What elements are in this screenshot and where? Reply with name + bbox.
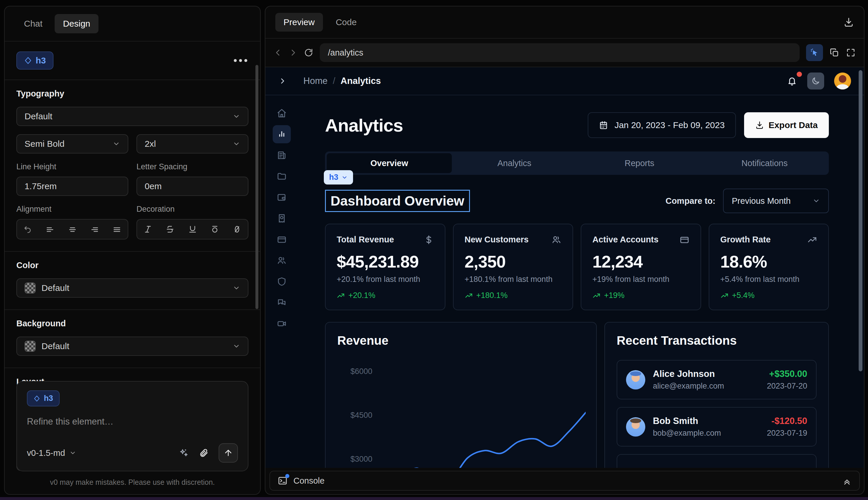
design-panel: Chat Design h3 Typography Default Semi B… [4, 6, 261, 495]
font-family-select[interactable]: Default [16, 107, 248, 126]
sidebar-item-receipts[interactable] [273, 209, 291, 227]
date-range-picker[interactable]: Jan 20, 2023 - Feb 09, 2023 [588, 112, 736, 138]
letter-spacing-label: Letter Spacing [137, 162, 248, 171]
compare-select[interactable]: Previous Month [723, 189, 829, 213]
trending-up-icon [337, 292, 345, 300]
app-main: Analytics Jan 20, 2023 - Feb 09, 2023 Ex… [298, 95, 864, 468]
transactions-title: Recent Transactions [617, 334, 817, 348]
composer-element-chip[interactable]: h3 [27, 390, 60, 407]
no-decoration-icon[interactable] [233, 225, 241, 234]
align-center-icon[interactable] [68, 225, 77, 234]
chevron-down-icon [113, 140, 120, 148]
overline-icon[interactable] [210, 225, 219, 234]
url-input[interactable]: /analytics [320, 43, 800, 62]
revenue-chart-card: Revenue $6000$4500$3000 [325, 322, 597, 468]
trending-up-icon [465, 292, 473, 300]
selected-element-chip[interactable]: h3 [16, 52, 54, 70]
font-size-select[interactable]: 2xl [137, 134, 248, 154]
trending-up-icon [720, 292, 729, 300]
chevrons-up-icon[interactable] [842, 476, 852, 485]
transaction-row[interactable]: Bob Smith bob@example.com -$120.50 2023-… [617, 407, 817, 446]
transaction-row[interactable]: Alice Johnson alice@example.com +$350.00… [617, 360, 817, 399]
line-height-input[interactable]: 1.75rem [16, 177, 128, 196]
avatar [626, 370, 645, 389]
tab-chat[interactable]: Chat [16, 14, 50, 33]
refresh-icon[interactable] [304, 48, 313, 57]
app-sidebar [265, 95, 298, 468]
tab-design[interactable]: Design [55, 14, 98, 33]
forward-icon[interactable] [289, 48, 298, 57]
tab-preview[interactable]: Preview [275, 13, 323, 32]
panel-tab-bar: Chat Design [5, 7, 260, 41]
back-icon[interactable] [274, 48, 282, 57]
preview-scrollbar[interactable] [859, 70, 863, 371]
selection-tag-badge[interactable]: h3 [324, 170, 353, 184]
calendar-icon [599, 121, 608, 130]
submit-button[interactable] [219, 443, 238, 463]
user-avatar[interactable] [834, 72, 851, 90]
copy-icon[interactable] [830, 48, 840, 58]
align-right-icon[interactable] [90, 225, 99, 234]
model-select[interactable]: v0-1.5-md [27, 448, 76, 458]
trending-up-icon [592, 292, 601, 300]
chevron-down-icon [233, 113, 240, 120]
panel-scrollbar[interactable] [255, 65, 258, 309]
sparkles-icon[interactable] [179, 448, 189, 458]
align-justify-icon[interactable] [113, 225, 121, 234]
credit-card-icon [680, 235, 690, 245]
dashboard-tabs: Overview Analytics Reports Notifications [325, 151, 829, 175]
console-bar[interactable]: Console [269, 471, 860, 491]
refine-composer: h3 Refine this element… v0-1.5-md [16, 381, 248, 471]
color-heading: Color [16, 261, 248, 270]
sidebar-item-wallet[interactable] [273, 188, 291, 206]
browser-toolbar: /analytics [265, 38, 864, 67]
chevron-down-icon [233, 342, 240, 350]
letter-spacing-input[interactable]: 0em [137, 177, 248, 196]
undo-icon[interactable] [23, 225, 32, 234]
theme-toggle-button[interactable] [807, 72, 824, 90]
export-data-button[interactable]: Export Data [744, 112, 829, 138]
ellipsis-menu-icon[interactable] [234, 59, 237, 62]
tab-notifications[interactable]: Notifications [702, 153, 827, 173]
alignment-label: Alignment [16, 205, 128, 214]
color-select[interactable]: Default [16, 279, 248, 298]
strikethrough-icon[interactable] [166, 225, 174, 234]
sidebar-item-news[interactable] [273, 146, 291, 164]
disclaimer-text: v0 may make mistakes. Please use with di… [5, 478, 260, 487]
stat-card-growth-rate: Growth Rate 18.6% +5.4% from last month … [709, 224, 829, 310]
breadcrumb-current: Analytics [340, 76, 381, 86]
sidebar-item-video[interactable] [273, 315, 291, 333]
stat-card-new-customers: New Customers 2,350 +180.1% from last mo… [453, 224, 574, 310]
tab-analytics[interactable]: Analytics [452, 153, 577, 173]
italic-icon[interactable] [143, 225, 152, 234]
page-title: Analytics [325, 115, 403, 136]
sidebar-item-users[interactable] [273, 251, 291, 270]
sidebar-item-cards[interactable] [273, 230, 291, 249]
preview-header: Preview Code [265, 7, 864, 38]
tab-reports[interactable]: Reports [577, 153, 702, 173]
breadcrumb-home[interactable]: Home [303, 76, 328, 86]
paperclip-icon[interactable] [199, 448, 209, 458]
sidebar-expand-icon[interactable] [278, 77, 287, 86]
sidebar-item-security[interactable] [273, 273, 291, 291]
fullscreen-icon[interactable] [846, 48, 856, 58]
align-left-icon[interactable] [46, 225, 54, 234]
font-weight-select[interactable]: Semi Bold [16, 134, 128, 154]
dollar-icon [424, 235, 434, 245]
download-icon[interactable] [843, 17, 854, 27]
tab-code[interactable]: Code [328, 13, 365, 32]
y-axis-tick: $6000 [350, 367, 372, 376]
sidebar-item-messages[interactable] [273, 294, 291, 312]
underline-icon[interactable] [188, 225, 197, 234]
sidebar-item-analytics[interactable] [273, 125, 291, 143]
section-title-selected[interactable]: Dashboard Overview [325, 190, 470, 212]
background-select[interactable]: Default [16, 337, 248, 356]
sidebar-item-files[interactable] [273, 167, 291, 185]
composer-input[interactable]: Refine this element… [27, 416, 238, 427]
sidebar-item-home[interactable] [273, 104, 291, 122]
transaction-row-clipped [617, 454, 817, 468]
inspect-cursor-icon[interactable] [806, 44, 823, 61]
avatar [626, 417, 645, 436]
notifications-bell-icon[interactable] [787, 76, 797, 86]
compare-label: Compare to: [666, 196, 716, 206]
